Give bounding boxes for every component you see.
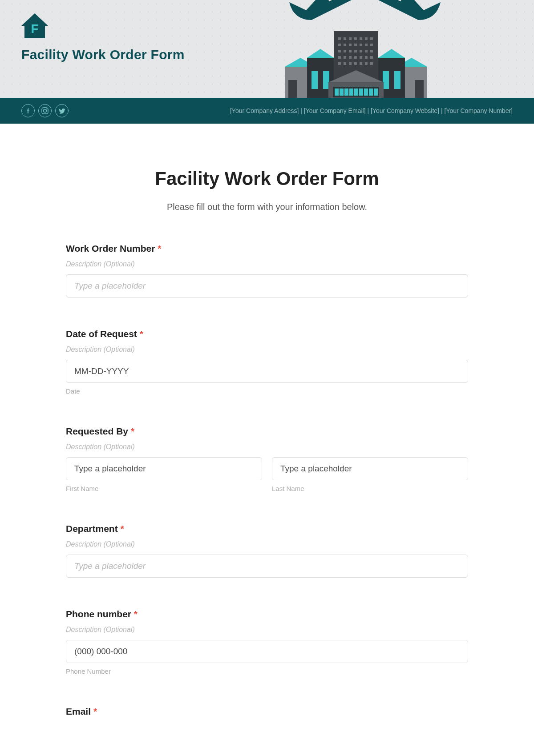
svg-rect-59	[359, 88, 363, 96]
svg-rect-25	[344, 44, 346, 46]
brand-title: Facility Work Order Form	[21, 47, 185, 62]
svg-rect-40	[349, 56, 352, 59]
svg-rect-28	[360, 44, 362, 46]
svg-rect-10	[312, 71, 318, 89]
svg-rect-50	[365, 62, 368, 65]
field-description: Description (Optional)	[66, 540, 468, 548]
date-of-request-field: Date of Request * Description (Optional)…	[66, 329, 468, 395]
page-subtitle: Please fill out the form with your infor…	[66, 202, 468, 212]
svg-rect-36	[365, 50, 368, 52]
svg-rect-13	[394, 71, 400, 89]
svg-rect-12	[383, 71, 389, 89]
svg-rect-48	[354, 62, 357, 65]
date-of-request-input[interactable]	[66, 360, 468, 383]
page-title: Facility Work Order Form	[66, 168, 468, 189]
svg-rect-43	[365, 56, 368, 59]
department-label: Department *	[66, 523, 468, 534]
svg-rect-61	[369, 88, 373, 96]
svg-rect-24	[338, 44, 341, 46]
svg-rect-44	[370, 56, 373, 59]
svg-rect-4	[288, 80, 297, 98]
work-order-number-label: Work Order Number *	[66, 243, 468, 254]
svg-rect-47	[349, 62, 352, 65]
last-name-sublabel: Last Name	[272, 485, 468, 492]
svg-rect-46	[344, 62, 346, 65]
twitter-icon[interactable]	[55, 104, 69, 117]
svg-rect-62	[374, 88, 378, 96]
svg-rect-64	[42, 108, 48, 114]
svg-rect-56	[344, 88, 348, 96]
svg-rect-30	[370, 44, 373, 46]
svg-rect-39	[344, 56, 346, 59]
first-name-sublabel: First Name	[66, 485, 262, 492]
svg-rect-38	[338, 56, 341, 59]
phone-input[interactable]	[66, 640, 468, 663]
svg-rect-22	[365, 37, 368, 40]
phone-field: Phone number * Description (Optional) Ph…	[66, 609, 468, 675]
svg-rect-41	[354, 56, 357, 59]
header-bar: f [Your Company Address] | [Your Company…	[0, 98, 534, 124]
svg-rect-26	[349, 44, 352, 46]
last-name-input[interactable]	[272, 457, 468, 480]
svg-rect-32	[344, 50, 346, 52]
svg-rect-21	[360, 37, 362, 40]
date-of-request-label: Date of Request *	[66, 329, 468, 339]
first-name-input[interactable]	[66, 457, 262, 480]
svg-rect-58	[354, 88, 358, 96]
svg-rect-35	[360, 50, 362, 52]
email-label: Email *	[66, 706, 468, 717]
date-sublabel: Date	[66, 387, 468, 395]
svg-rect-17	[338, 37, 341, 40]
field-description: Description (Optional)	[66, 626, 468, 634]
svg-rect-42	[360, 56, 362, 59]
building-icon	[280, 13, 432, 98]
svg-rect-20	[354, 37, 357, 40]
header-banner: F Facility Work Order Form	[0, 0, 534, 98]
svg-rect-33	[349, 50, 352, 52]
svg-rect-54	[335, 88, 339, 96]
field-description: Description (Optional)	[66, 346, 468, 354]
svg-rect-31	[338, 50, 341, 52]
svg-rect-45	[338, 62, 341, 65]
field-description: Description (Optional)	[66, 260, 468, 268]
email-field: Email *	[66, 706, 468, 717]
field-description: Description (Optional)	[66, 443, 468, 451]
work-order-number-field: Work Order Number * Description (Optiona…	[66, 243, 468, 298]
phone-label: Phone number *	[66, 609, 468, 619]
svg-rect-60	[364, 88, 368, 96]
svg-rect-19	[349, 37, 352, 40]
svg-rect-55	[340, 88, 344, 96]
svg-rect-51	[370, 62, 373, 65]
company-info: [Your Company Address] | [Your Company E…	[230, 107, 513, 114]
requested-by-label: Requested By *	[66, 426, 468, 437]
svg-point-65	[44, 109, 47, 113]
work-order-number-input[interactable]	[66, 274, 468, 298]
svg-rect-23	[370, 37, 373, 40]
svg-rect-11	[323, 71, 329, 89]
svg-rect-27	[354, 44, 357, 46]
svg-rect-18	[344, 37, 346, 40]
svg-marker-15	[378, 49, 405, 58]
facebook-icon[interactable]: f	[21, 104, 35, 117]
svg-rect-29	[365, 44, 368, 46]
svg-rect-34	[354, 50, 357, 52]
house-logo-icon: F	[21, 13, 48, 38]
svg-rect-5	[415, 80, 424, 98]
svg-text:F: F	[31, 22, 38, 36]
svg-marker-14	[307, 49, 334, 58]
svg-rect-37	[370, 50, 373, 52]
svg-rect-49	[360, 62, 362, 65]
instagram-icon[interactable]	[38, 104, 52, 117]
svg-rect-57	[349, 88, 353, 96]
department-field: Department * Description (Optional)	[66, 523, 468, 578]
requested-by-field: Requested By * Description (Optional) Fi…	[66, 426, 468, 492]
phone-sublabel: Phone Number	[66, 668, 468, 675]
svg-point-66	[46, 109, 47, 109]
department-input[interactable]	[66, 555, 468, 578]
